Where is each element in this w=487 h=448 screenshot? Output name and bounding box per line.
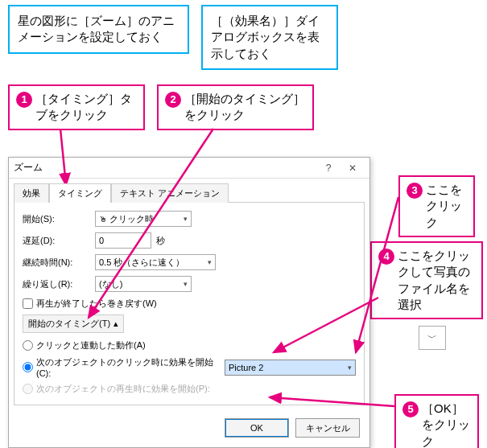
callout-step-4: 4 ここをクリックして写真のファイル名を選択: [370, 241, 483, 319]
chevron-down-icon: ▾: [184, 280, 188, 288]
repeat-combo[interactable]: (なし) ▾: [95, 276, 192, 292]
start-label: 開始(S):: [23, 213, 95, 225]
cancel-button[interactable]: キャンセル: [295, 418, 360, 438]
ok-button[interactable]: OK: [225, 418, 289, 438]
radio-label: クリックと連動した動作(A): [36, 339, 146, 351]
chevron-down-icon: ﹀: [427, 331, 437, 345]
rewind-checkbox[interactable]: [23, 298, 33, 309]
trigger-expand-button[interactable]: 開始のタイミング(T) ▴: [23, 314, 124, 333]
start-combo[interactable]: 🖱クリック時 ▾: [95, 211, 192, 227]
trigger-object-value: Picture 2: [229, 363, 263, 372]
callout-text: 星の図形に［ズーム］のアニメーションを設定しておく: [18, 14, 175, 43]
tab-strip: 効果 タイミング テキスト アニメーション: [9, 179, 369, 203]
step-text: ［OK］をクリック: [422, 401, 471, 448]
step-badge: 5: [402, 401, 419, 417]
delay-label: 遅延(D):: [23, 235, 95, 247]
dialog-titlebar: ズーム ? ✕: [9, 158, 369, 179]
close-button[interactable]: ✕: [340, 162, 365, 174]
radio-label: 次のオブジェクトのクリック時に効果を開始(C):: [36, 356, 220, 378]
callout-prep-right: ［（効果名）］ダイアログボックスを表示しておく: [201, 5, 338, 70]
radio-label: 次のオブジェクトの再生時に効果を開始(P):: [36, 383, 210, 395]
radio-animate-on-click[interactable]: [23, 340, 33, 351]
trigger-object-combo[interactable]: Picture 2 ▾: [225, 360, 356, 376]
step-badge: 4: [378, 249, 394, 265]
dropdown-hint-box: ﹀: [419, 326, 446, 350]
step-text: ［開始のタイミング］をクリック: [184, 91, 306, 124]
chevron-down-icon: ▾: [184, 215, 188, 223]
mouse-icon: 🖱: [99, 215, 107, 224]
step-badge: 1: [16, 92, 32, 108]
step-text: ［タイミング］タブをクリック: [35, 91, 137, 124]
delay-spinner[interactable]: 0: [95, 232, 151, 249]
help-button[interactable]: ?: [316, 162, 340, 174]
chevron-down-icon: ▾: [348, 364, 352, 372]
delay-unit: 秒: [156, 235, 165, 247]
callout-step-1: 1 ［タイミング］タブをクリック: [8, 84, 145, 130]
trigger-btn-label: 開始のタイミング(T): [28, 318, 110, 330]
rewind-label: 再生が終了したら巻き戻す(W): [36, 298, 157, 310]
step-text: ここをクリック: [426, 182, 467, 231]
repeat-value: (なし): [99, 278, 122, 290]
duration-value: 0.5 秒（さらに速く）: [99, 257, 184, 269]
callout-step-2: 2 ［開始のタイミング］をクリック: [157, 84, 314, 130]
tab-timing[interactable]: タイミング: [49, 183, 111, 203]
callout-text: ［（効果名）］ダイアログボックスを表示しておく: [211, 14, 320, 60]
start-value: クリック時: [109, 214, 154, 224]
delay-value: 0: [99, 236, 104, 245]
tab-text-animation[interactable]: テキスト アニメーション: [111, 183, 229, 203]
step-badge: 3: [407, 183, 423, 199]
duration-label: 継続時間(N):: [23, 257, 95, 269]
zoom-dialog: ズーム ? ✕ 効果 タイミング テキスト アニメーション 開始(S): 🖱クリ…: [8, 157, 370, 448]
chevron-down-icon: ▾: [208, 258, 212, 266]
callout-step-3: 3 ここをクリック: [398, 175, 475, 237]
duration-combo[interactable]: 0.5 秒（さらに速く） ▾: [95, 254, 216, 270]
step-badge: 2: [165, 92, 181, 108]
collapse-icon: ▴: [113, 319, 118, 329]
callout-step-5: 5 ［OK］をクリック: [394, 394, 479, 448]
radio-start-on-object-play: [23, 384, 33, 394]
tab-panel-timing: 開始(S): 🖱クリック時 ▾ 遅延(D): 0 秒 継続時間(N): 0.5 …: [14, 202, 365, 405]
repeat-label: 繰り返し(R):: [23, 278, 95, 290]
tab-effect[interactable]: 効果: [14, 183, 49, 203]
step-text: ここをクリックして写真のファイル名を選択: [398, 248, 475, 313]
callout-prep-left: 星の図形に［ズーム］のアニメーションを設定しておく: [8, 5, 189, 54]
radio-start-on-object-click[interactable]: [23, 362, 33, 372]
dialog-button-bar: OK キャンセル: [9, 410, 369, 447]
dialog-title: ズーム: [14, 161, 316, 175]
